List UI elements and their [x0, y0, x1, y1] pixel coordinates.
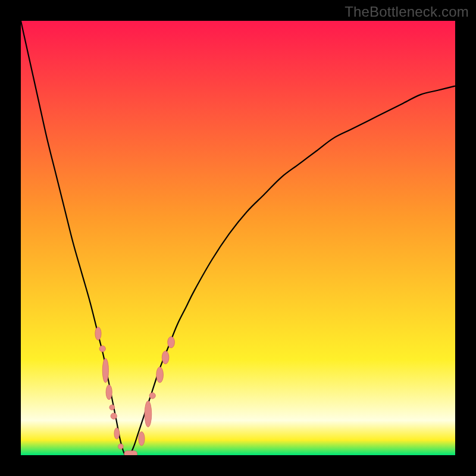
curve-markers: [95, 327, 175, 455]
curve-marker: [124, 451, 137, 455]
bottleneck-curve: [21, 21, 455, 455]
curve-marker: [106, 385, 112, 400]
curve-marker: [109, 405, 115, 410]
chart-frame: TheBottleneck.com: [0, 0, 476, 476]
curve-marker: [95, 327, 101, 340]
curve-marker: [149, 393, 155, 399]
curve-marker: [114, 428, 120, 439]
curve-marker: [99, 346, 105, 352]
curve-marker: [162, 351, 169, 364]
plot-area: [21, 21, 455, 455]
curve-line: [21, 21, 455, 455]
curve-marker: [145, 401, 152, 427]
curve-marker: [139, 432, 145, 446]
curve-marker: [102, 358, 108, 383]
curve-marker: [168, 337, 175, 348]
watermark-text: TheBottleneck.com: [345, 4, 469, 20]
curve-marker: [111, 413, 117, 419]
curve-marker: [156, 367, 164, 383]
curve-marker: [118, 444, 124, 449]
